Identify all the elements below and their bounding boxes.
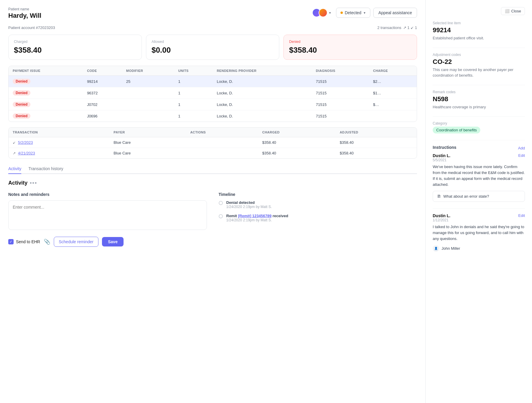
notes-section-label: Notes and reminders: [8, 192, 207, 197]
denied-badge: Denied: [13, 102, 30, 107]
timeline-column: Timeline Denial detected 1/24/2020 2:19p…: [219, 192, 417, 231]
cell-diagnosis: 71515: [312, 99, 369, 110]
activity-title-text: Activity: [8, 180, 27, 186]
note-header: Dustin L. 5/5/2021 Edit: [433, 153, 525, 162]
notes-column: Notes and reminders: [8, 192, 207, 231]
appeal-assistance-button[interactable]: Appeal assistance: [373, 8, 417, 18]
category-label: Category: [433, 121, 525, 125]
transaction-date-link[interactable]: 5/2/2023: [18, 140, 33, 145]
remark-desc: Healthcare coverage is primary: [433, 104, 525, 110]
edit-note-link[interactable]: Edit: [518, 153, 525, 158]
table-row[interactable]: Denied 99214 25 1 Locke, D. 71515 $2…: [9, 76, 417, 87]
transactions-info: 2 transactions ↗ 1 ↙ 1: [377, 25, 417, 30]
remit-link[interactable]: [Remit] 123456789: [238, 214, 271, 218]
col-payer: Payer: [109, 128, 186, 137]
cell-code: J0696: [83, 110, 122, 122]
cell-provider: Locke, D.: [213, 87, 312, 99]
cell-actions: [186, 137, 258, 148]
patient-label: Patient name: [8, 7, 41, 11]
cell-provider: Locke, D.: [213, 99, 312, 110]
note-2-body: I talked to John in denials and he said …: [433, 224, 525, 242]
table-row[interactable]: Denied 96372 1 Locke, D. 71515 $1…: [9, 87, 417, 99]
cell-modifier: [122, 87, 174, 99]
more-options-icon[interactable]: •••: [30, 180, 37, 186]
table-row[interactable]: Denied J0702 1 Locke, D. 71515 $…: [9, 99, 417, 110]
send-to-ehr-label[interactable]: ✓ Send to EHR: [8, 239, 40, 244]
col-units: Units: [174, 66, 213, 76]
timeline-item: Remit [Remit] 123456789 received 1/24/20…: [219, 214, 417, 222]
close-button[interactable]: ⬜ Close: [501, 7, 525, 15]
cell-units: 1: [174, 87, 213, 99]
cell-adjusted: $358.40: [335, 137, 417, 148]
patient-name: Hardy, Will: [8, 12, 41, 20]
transaction-date-link[interactable]: 4/21/2023: [18, 151, 35, 155]
col-modifier: Modifier: [122, 66, 174, 76]
chevron-down-icon: ▼: [329, 11, 332, 14]
cell-code: J0702: [83, 99, 122, 110]
table-row[interactable]: ↙ 5/2/2023 Blue Care $358.40 $358.40: [9, 137, 417, 148]
col-diagnosis: Diagnosis: [312, 66, 369, 76]
send-to-ehr-checkbox[interactable]: ✓: [8, 239, 14, 244]
note-2-date: 1/12/2021: [433, 218, 450, 222]
cell-payer: Blue Care: [109, 137, 186, 148]
error-state-icon: 🖹: [437, 194, 441, 199]
arrow-down-icon: ↙: [13, 141, 16, 145]
table-row[interactable]: Denied J0696 1 Locke, D. 71515: [9, 110, 417, 122]
allowed-label: Allowed: [152, 40, 274, 44]
remark-code: N598: [433, 95, 525, 103]
category-badge: Coordination of benefits: [433, 127, 480, 133]
col-charge: Charge: [369, 66, 417, 76]
denied-card: Denied $358.40: [283, 35, 417, 60]
send-to-ehr-text: Send to EHR: [16, 239, 40, 244]
timeline-dot: [219, 201, 223, 205]
note-2-header: Dustin L. 1/12/2021 Edit: [433, 213, 525, 222]
tab-transaction-history[interactable]: Transaction history: [28, 164, 63, 174]
activity-section-title: Activity •••: [8, 180, 417, 186]
status-button[interactable]: Detected ▼: [336, 8, 370, 18]
timeline-content: Remit [Remit] 123456789 received 1/24/20…: [226, 214, 288, 222]
bottom-bar: ✓ Send to EHR 📎 Schedule reminder Save: [8, 237, 417, 247]
cell-units: 1: [174, 76, 213, 87]
table-row[interactable]: ↗ 4/21/2023 Blue Care $358.40 $358.40: [9, 148, 417, 159]
adjustment-codes-label: Adjustment codes: [433, 53, 525, 57]
cell-diagnosis: 71515: [312, 87, 369, 99]
close-icon: ⬜: [505, 9, 510, 13]
instructions-section: Instructions Add Dustin L. 5/5/2021 Edit…: [433, 145, 525, 202]
edit-note-2-link[interactable]: Edit: [518, 213, 525, 218]
status-dot: [340, 12, 343, 14]
schedule-reminder-button[interactable]: Schedule reminder: [54, 237, 99, 247]
note-2-author: Dustin L.: [433, 213, 450, 218]
charged-card: Charged $358.40: [8, 35, 142, 60]
cell-modifier: [122, 99, 174, 110]
add-instruction-link[interactable]: Add: [518, 146, 525, 150]
timeline-content: Denial detected 1/24/2020 2:19pm by Matt…: [226, 200, 272, 209]
cell-provider: Locke, D.: [213, 76, 312, 87]
tab-activity[interactable]: Activity: [8, 164, 21, 174]
selected-line-item-section: Selected line item 99214 Established pat…: [433, 21, 525, 41]
attach-button[interactable]: 📎: [44, 238, 50, 245]
note-author: Dustin L.: [433, 153, 450, 158]
remark-codes-section: Remark codes N598 Healthcare coverage is…: [433, 90, 525, 110]
close-label: Close: [511, 9, 521, 13]
cell-charge: $…: [369, 99, 417, 110]
transactions-label: 2 transactions: [377, 25, 401, 30]
payment-table: Payment Issue Code Modifier Units Render…: [8, 66, 417, 122]
person-name: John Miller: [442, 246, 460, 251]
transaction-table: Transaction Payer Actions Charged Adjust…: [8, 127, 417, 159]
comment-input[interactable]: [8, 200, 207, 230]
cell-code: 99214: [83, 76, 122, 87]
col-payment-issue: Payment Issue: [9, 66, 83, 76]
save-button[interactable]: Save: [102, 237, 124, 246]
cell-units: 1: [174, 110, 213, 122]
timeline-title: Denial detected: [226, 200, 272, 205]
instructions-row: Instructions Add: [433, 145, 525, 151]
denied-badge: Denied: [13, 90, 30, 96]
note-2-section: Dustin L. 1/12/2021 Edit I talked to Joh…: [433, 213, 525, 252]
avatar-group-button[interactable]: ▼: [310, 7, 333, 18]
cell-charge: [369, 110, 417, 122]
col-adjusted: Adjusted: [335, 128, 417, 137]
account-number: Patient account #72023203: [8, 25, 55, 30]
error-state-button[interactable]: 🖹 What about an error state?: [433, 191, 525, 202]
note-body: We've been having this issue more lately…: [433, 164, 525, 188]
col-transaction: Transaction: [9, 128, 109, 137]
